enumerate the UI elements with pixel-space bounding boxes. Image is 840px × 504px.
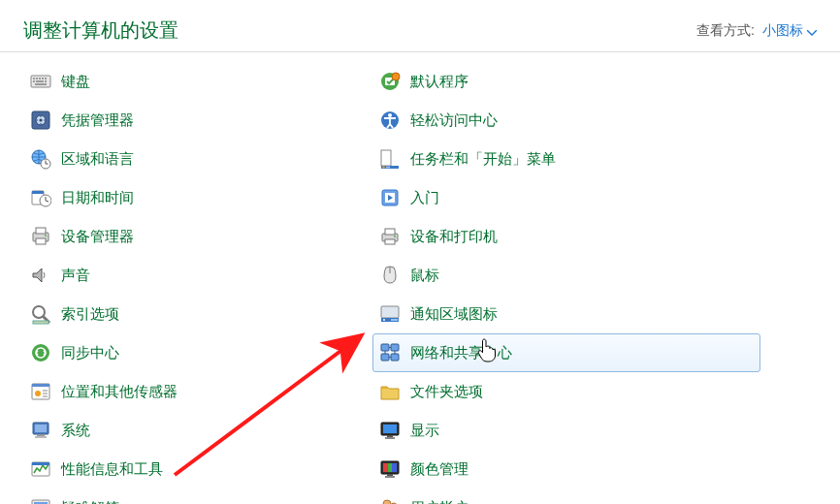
control-panel-item[interactable]: 显示 <box>372 411 722 450</box>
display-icon <box>379 420 401 441</box>
performance-tools-icon <box>30 458 51 480</box>
default-programs-icon <box>379 71 401 92</box>
item-label: 用户帐户 <box>410 497 468 504</box>
item-label: 设备管理器 <box>61 226 134 247</box>
item-label: 键盘 <box>61 71 90 92</box>
control-panel-item[interactable]: 位置和其他传感器 <box>23 372 372 411</box>
control-panel-item[interactable]: 网络和共享中心 <box>372 333 760 372</box>
system-icon <box>30 420 51 441</box>
control-panel-item[interactable]: 用户帐户 <box>372 488 722 504</box>
user-accounts-icon <box>379 497 401 504</box>
view-by-dropdown[interactable]: 小图标 <box>762 22 817 40</box>
control-panel-item[interactable]: 轻松访问中心 <box>372 101 722 140</box>
item-label: 索引选项 <box>61 303 119 325</box>
keyboard-icon <box>30 71 51 92</box>
notification-area-icon <box>379 303 401 325</box>
item-label: 声音 <box>61 265 90 286</box>
getting-started-icon <box>379 187 401 208</box>
control-panel-item[interactable]: 日期和时间 <box>23 178 372 217</box>
control-panel-item[interactable]: 系统 <box>23 411 372 450</box>
item-label: 设备和打印机 <box>410 226 498 247</box>
control-panel-item[interactable]: 同步中心 <box>23 333 372 372</box>
item-label: 凭据管理器 <box>61 110 134 131</box>
control-panel-item[interactable]: 任务栏和「开始」菜单 <box>372 140 722 178</box>
item-label: 系统 <box>61 420 90 441</box>
mouse-icon <box>379 265 401 286</box>
item-label: 网络和共享中心 <box>410 342 512 363</box>
item-label: 位置和其他传感器 <box>61 381 178 402</box>
item-label: 轻松访问中心 <box>410 110 498 131</box>
control-panel-item[interactable]: 凭据管理器 <box>23 101 372 140</box>
item-label: 颜色管理 <box>410 458 468 480</box>
item-label: 鼠标 <box>410 265 439 286</box>
date-time-icon <box>30 187 51 208</box>
item-label: 疑难解答 <box>61 497 119 504</box>
item-label: 入门 <box>410 187 439 208</box>
device-manager-icon <box>30 226 51 247</box>
chevron-down-icon <box>807 23 817 39</box>
color-management-icon <box>379 458 401 480</box>
item-label: 文件夹选项 <box>410 381 483 402</box>
control-panel-item[interactable]: 入门 <box>372 178 722 217</box>
item-label: 通知区域图标 <box>410 303 498 325</box>
control-panel-item[interactable]: 设备和打印机 <box>372 217 722 256</box>
control-panel-item[interactable]: 鼠标 <box>372 256 722 295</box>
control-panel-item[interactable]: 文件夹选项 <box>372 372 722 411</box>
view-label-text: 查看方式: <box>696 22 755 40</box>
taskbar-startmenu-icon <box>379 148 401 170</box>
indexing-options-icon <box>30 303 51 325</box>
control-panel-item[interactable]: 设备管理器 <box>23 217 372 256</box>
item-label: 默认程序 <box>410 71 468 92</box>
item-label: 性能信息和工具 <box>61 458 163 480</box>
devices-printers-icon <box>379 226 401 247</box>
location-sensors-icon <box>30 381 51 402</box>
view-selector: 查看方式: 小图标 <box>696 22 817 40</box>
item-label: 日期和时间 <box>61 187 134 208</box>
item-label: 任务栏和「开始」菜单 <box>410 148 556 170</box>
control-panel-item[interactable]: 性能信息和工具 <box>23 450 372 488</box>
region-language-icon <box>30 148 51 170</box>
control-panel-item[interactable]: 键盘 <box>23 62 372 101</box>
view-value-text: 小图标 <box>762 22 803 40</box>
item-label: 显示 <box>410 420 439 441</box>
sound-icon <box>30 265 51 286</box>
control-panel-item[interactable]: 默认程序 <box>372 62 722 101</box>
troubleshooting-icon <box>30 497 51 504</box>
folder-options-icon <box>379 381 401 402</box>
network-sharing-icon <box>379 342 401 363</box>
credential-manager-icon <box>30 110 51 131</box>
ease-of-access-icon <box>379 110 401 131</box>
item-label: 区域和语言 <box>61 148 134 170</box>
sync-center-icon <box>30 342 51 363</box>
control-panel-item[interactable]: 通知区域图标 <box>372 295 722 333</box>
control-panel-item[interactable]: 疑难解答 <box>23 488 372 504</box>
item-label: 同步中心 <box>61 342 119 363</box>
separator <box>0 51 840 52</box>
control-panel-item[interactable]: 索引选项 <box>23 295 372 333</box>
control-panel-item[interactable]: 颜色管理 <box>372 450 722 488</box>
control-panel-item[interactable]: 区域和语言 <box>23 140 372 178</box>
page-title: 调整计算机的设置 <box>23 17 178 44</box>
control-panel-item[interactable]: 声音 <box>23 256 372 295</box>
